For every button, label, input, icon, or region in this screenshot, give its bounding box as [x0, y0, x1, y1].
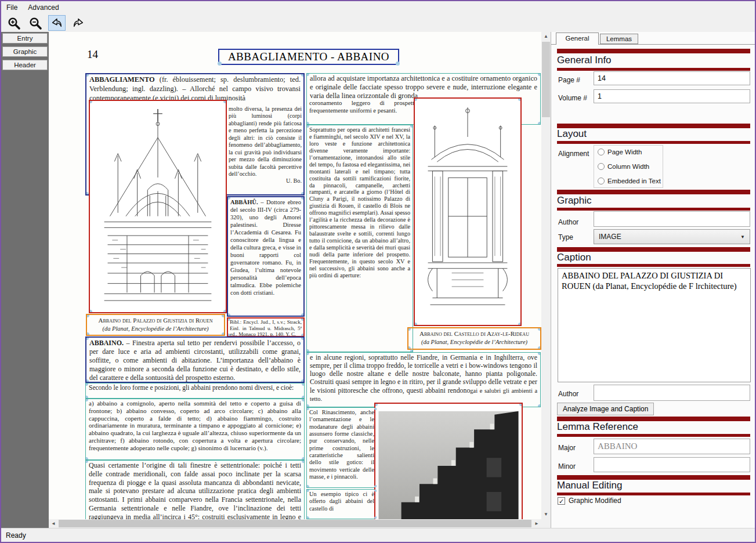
scroll-left-button[interactable]: ◄ [49, 519, 58, 528]
radio-option-page-width[interactable]: Page Width [598, 149, 659, 155]
section-bar [557, 190, 750, 194]
graphic-modified-row[interactable]: ✓ Graphic Modified [558, 497, 621, 505]
entry-lemma: ABBÀHÛ. [230, 199, 258, 205]
caption-source: (da Planat, Encyclopédie de l’Architectu… [408, 338, 540, 346]
lemma-major-input[interactable] [594, 439, 750, 454]
entry-annotation-abbahu[interactable]: ABBÀHÛ. – Dottore ebreo del secolo III-I… [227, 196, 305, 317]
engraving-rouen-figure [93, 104, 223, 309]
caption-author-input[interactable] [594, 385, 750, 401]
undo-icon [50, 17, 63, 30]
lemma-major-label: Major [558, 444, 576, 452]
graphic-annotation-photo[interactable] [374, 403, 523, 519]
paragraph-annotation-list[interactable]: a) abbaino a comignolo, aperto nella som… [85, 399, 305, 460]
caption-title: Abbaino del Palazzo di Giustizia di Roue… [99, 317, 213, 324]
paragraph-annotation-soprattutto[interactable]: Soprattutto per opera di architetti fran… [306, 125, 413, 352]
section-heading-lemma-reference: Lemma Reference [557, 421, 638, 433]
section-heading-graphic: Graphic [557, 195, 592, 207]
analyze-image-caption-button[interactable]: Analyze Image and Caption [557, 403, 654, 415]
page-header-title: ABBAGLIAMENTO - ABBAINO [228, 50, 389, 63]
zoom-out-icon [28, 16, 42, 30]
engraving-azay-figure [418, 102, 518, 322]
alignment-radio-group: Page Width Column Width Embedded in Text [594, 145, 663, 188]
redo-icon [72, 17, 85, 30]
radio-option-column-width[interactable]: Column Width [598, 163, 659, 170]
vertical-scrollbar[interactable]: ▲ ▼ [541, 32, 551, 519]
horizontal-scrollbar[interactable]: ◄ ► [49, 519, 541, 528]
zoom-in-icon [7, 16, 21, 30]
radio-label: Page Width [607, 149, 642, 155]
sidebar-button-graphic[interactable]: Graphic [2, 46, 48, 57]
radio-button-icon[interactable] [598, 163, 605, 170]
radio-label: Embedded in Text [607, 178, 661, 184]
paragraph-text: e in alcune regioni, soprattutto nelle F… [307, 353, 540, 404]
scroll-up-button[interactable]: ▲ [541, 32, 551, 41]
page-number: 14 [87, 48, 98, 61]
document-page[interactable]: 14 ABBAGLIAMENTO - ABBAINO ABBAGLIAMENTO… [49, 32, 541, 519]
radio-label: Column Width [607, 163, 649, 170]
entry-annotation-abbaino[interactable]: ABBAINO. – Finestra aperta sul tetto per… [85, 336, 305, 383]
lemma-minor-label: Minor [558, 462, 576, 470]
header-title-annotation[interactable]: ABBAGLIAMENTO - ABBAINO [218, 49, 399, 65]
graphic-type-label: Type [558, 233, 573, 241]
radio-button-icon[interactable] [598, 149, 605, 155]
paragraph-text: Secondo le loro forme e posizioni, gli a… [86, 383, 304, 392]
paragraph: ABBÀHÛ. – Dottore ebreo del secolo III-I… [228, 197, 303, 298]
section-heading-caption: Caption [557, 252, 591, 263]
section-heading-general-info: General Info [557, 55, 612, 66]
scroll-down-button[interactable]: ▼ [541, 510, 551, 519]
horizontal-scrollbar-thumb[interactable] [59, 520, 531, 527]
lemma-minor-input[interactable] [594, 457, 750, 472]
section-heading-layout: Layout [557, 128, 587, 140]
page-number-input[interactable] [594, 71, 750, 85]
radio-button-icon[interactable] [598, 178, 605, 184]
scroll-right-button[interactable]: ► [532, 519, 541, 528]
entry-text: molto diversa, la presenza dei più lumin… [229, 106, 302, 177]
radio-option-embedded-in-text[interactable]: Embedded in Text [598, 178, 659, 184]
paragraph-annotation-rinascimento[interactable]: Col Rinascimento, anche l’ornamentazione… [306, 407, 377, 488]
redo-button[interactable] [70, 15, 87, 31]
paragraph-annotation-esempio[interactable]: Un esempio tipico ci è offerto dagli abb… [306, 489, 377, 519]
zoom-out-button[interactable] [27, 15, 44, 31]
menu-advanced[interactable]: Advanced [23, 2, 64, 13]
caption-annotation-azay[interactable]: Abbaino del Castello di Azay-le-Rideau(d… [407, 327, 541, 350]
photo-figure [378, 407, 519, 519]
graphic-type-dropdown[interactable]: IMAGE ▼ [594, 229, 750, 244]
figure-caption: Abbaino del Palazzo di Giustizia di Roue… [87, 315, 224, 333]
graphic-annotation-azay[interactable] [414, 97, 522, 326]
checkbox-label: Graphic Modified [569, 497, 621, 505]
entry-text-wrapped: molto diversa, la presenza dei più lumin… [229, 106, 302, 185]
graphic-author-label: Author [558, 218, 578, 226]
zoom-in-button[interactable] [5, 15, 23, 31]
caption-textarea[interactable]: ABBAINO DEL PALAZZO DI GIUSTIZIA DI ROUE… [558, 268, 751, 382]
graphic-author-input[interactable] [594, 211, 750, 227]
paragraph-annotation-einalcune[interactable]: e in alcune regioni, soprattutto nelle F… [306, 352, 541, 407]
figure-caption: Abbaino del Castello di Azay-le-Rideau(d… [408, 328, 540, 346]
toolbar [1, 14, 755, 32]
tab-lemmas[interactable]: Lemmas [600, 34, 638, 44]
menu-file[interactable]: File [1, 2, 23, 13]
paragraph-text: Col Rinascimento, anche l’ornamentazione… [307, 408, 377, 482]
caption-author-label: Author [558, 390, 578, 398]
graphic-annotation-rouen[interactable] [89, 100, 227, 313]
dropdown-value: IMAGE [599, 233, 621, 241]
vertical-scrollbar-thumb[interactable] [542, 42, 550, 117]
undo-button[interactable] [48, 15, 66, 31]
checkbox-checked-icon[interactable]: ✓ [558, 497, 565, 505]
paragraph-text-wrapped: coronamento leggero di prospetti frequen… [309, 99, 416, 115]
chevron-down-icon: ▼ [740, 234, 745, 240]
caption-annotation-rouen[interactable]: Abbaino del Palazzo di Giustizia di Roue… [86, 314, 225, 336]
volume-number-input[interactable] [594, 89, 750, 103]
paragraph-annotation-quasi[interactable]: Quasi certamente l’origine di tali fines… [85, 460, 305, 519]
tab-general[interactable]: General [556, 32, 599, 45]
sidebar-button-header[interactable]: Header [2, 60, 48, 70]
status-bar: Ready [1, 528, 755, 542]
alignment-label: Alignment [558, 150, 589, 158]
paragraph-annotation-secondo[interactable]: Secondo le loro forme e posizioni, gli a… [85, 383, 305, 399]
sidebar-button-entry[interactable]: Entry [2, 33, 48, 44]
paragraph: ABBAINO. – Finestra aperta sul tetto per… [86, 338, 303, 383]
app-window: File Advanced [0, 0, 756, 543]
section-bar [557, 247, 750, 252]
page-number-label: Page # [558, 76, 580, 84]
section-bar [557, 417, 750, 421]
bibliography-annotation[interactable]: Bibl.: Encycl. Jud., I, s.v.; Strack, Ei… [227, 317, 305, 337]
